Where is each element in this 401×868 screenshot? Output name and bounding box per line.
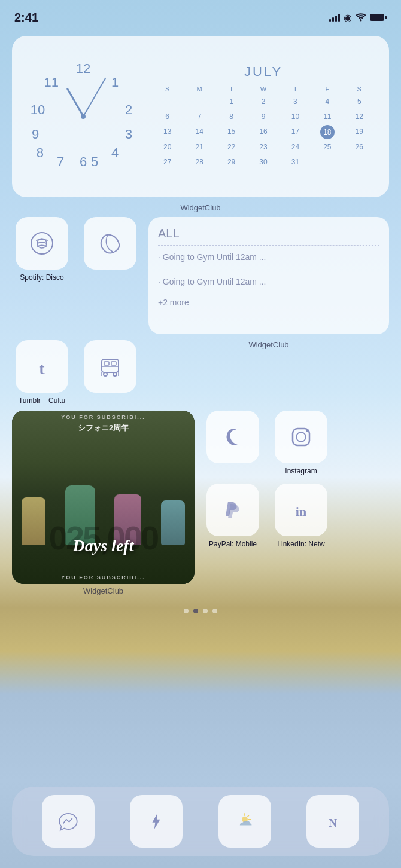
app-row-2: t Tumblr – Cultu WidgetClub — [0, 340, 401, 405]
paypal-app[interactable]: PayPal: Mobile — [203, 484, 263, 548]
cal-header-t1: T — [216, 84, 247, 94]
reminder-item-2: · Going to Gym Until 12am ... — [158, 274, 379, 291]
cal-day: 3 — [280, 95, 311, 109]
clock-num-3: 3 — [125, 127, 132, 142]
widgetclub-reminder-label: WidgetClub — [148, 340, 389, 349]
transit-icon — [97, 353, 123, 380]
wifi-icon: ◉ — [344, 12, 352, 23]
cal-day: 25 — [312, 140, 342, 154]
transit-icon-bg[interactable] — [84, 340, 136, 393]
reeder-dock-app[interactable] — [130, 795, 183, 848]
svg-point-0 — [360, 20, 362, 22]
spotify-icon — [29, 230, 55, 256]
svg-point-16 — [296, 432, 306, 442]
reminder-item-1: · Going to Gym Until 12am ... — [158, 249, 379, 266]
reminder-widget[interactable]: ALL · Going to Gym Until 12am ... · Goin… — [148, 217, 389, 334]
lemon-icon-bg[interactable] — [84, 217, 136, 270]
clock-calendar-widget: 11 12 1 2 3 4 5 6 7 8 9 10 JULY S M T W … — [12, 36, 389, 197]
clock-minute-hand — [83, 78, 106, 117]
linkedin-app[interactable]: in LinkedIn: Netw — [271, 484, 331, 548]
notion-dock-app[interactable]: N — [306, 795, 359, 848]
clock-num-1: 1 — [111, 75, 119, 90]
cal-day: 23 — [248, 140, 278, 154]
instagram-app[interactable]: Instagram — [271, 411, 331, 475]
lemon-icon — [97, 230, 123, 256]
transit-app[interactable] — [80, 340, 140, 396]
weather-dock-app[interactable] — [218, 795, 271, 848]
svg-point-11 — [104, 372, 107, 376]
clock-num-9: 9 — [32, 127, 39, 142]
linkedin-label: LinkedIn: Netw — [271, 540, 331, 548]
cal-day: 12 — [344, 110, 375, 124]
calendar-section: JULY S M T W T F S 1 2 3 4 5 6 7 8 9 10 … — [152, 64, 375, 169]
messenger-dock-app[interactable] — [42, 795, 95, 848]
linkedin-icon-bg[interactable]: in — [275, 484, 327, 536]
page-dot-2-active[interactable] — [193, 609, 198, 613]
countdown-widget[interactable]: YOU FOR SUBSCRIBI... シフォニ2周年 025,000 Day… — [12, 411, 195, 584]
weather-icon — [234, 811, 256, 832]
cal-day — [184, 95, 214, 109]
lightning-icon — [145, 811, 167, 832]
reminder-divider-1 — [158, 245, 379, 246]
cal-day: 30 — [248, 155, 278, 169]
instagram-icon — [288, 424, 314, 450]
page-dot-4[interactable] — [212, 609, 217, 613]
clock-face: 11 12 1 2 3 4 5 6 7 8 9 10 — [26, 60, 140, 173]
clock-center-dot — [81, 114, 86, 119]
svg-text:N: N — [329, 817, 337, 829]
cal-day: 19 — [344, 125, 375, 139]
paypal-icon — [220, 497, 246, 523]
battery-icon — [370, 13, 387, 22]
moon-icon-bg[interactable] — [206, 411, 259, 463]
cal-day: 17 — [280, 125, 311, 139]
page-dot-3[interactable] — [203, 609, 208, 613]
bottom-row: YOU FOR SUBSCRIBI... シフォニ2周年 025,000 Day… — [12, 411, 389, 600]
page-dot-1[interactable] — [184, 609, 189, 613]
svg-line-21 — [248, 815, 249, 817]
svg-rect-2 — [370, 14, 384, 20]
cal-day: 14 — [184, 125, 214, 139]
lemon-app[interactable] — [80, 217, 140, 273]
cal-day-today: 18 — [320, 125, 335, 139]
svg-point-17 — [306, 430, 308, 432]
spotify-icon-bg[interactable] — [16, 217, 68, 270]
cal-day: 5 — [344, 95, 375, 109]
reminder-more: +2 more — [158, 298, 379, 307]
right-apps-row-1: Instagram — [203, 411, 331, 475]
cal-day: 29 — [216, 155, 247, 169]
linkedin-icon: in — [288, 497, 314, 523]
analog-clock: 11 12 1 2 3 4 5 6 7 8 9 10 — [26, 60, 140, 173]
moon-app[interactable] — [203, 411, 263, 475]
cal-day: 24 — [280, 140, 311, 154]
cal-day: 11 — [312, 110, 342, 124]
svg-rect-9 — [104, 362, 109, 365]
moon-icon — [220, 424, 246, 450]
clock-num-2: 2 — [125, 102, 132, 118]
calendar-month: JULY — [152, 64, 375, 80]
page-dots — [0, 609, 401, 613]
instagram-icon-bg[interactable] — [275, 411, 327, 463]
cal-day: 9 — [248, 110, 278, 124]
cal-day: 10 — [280, 110, 311, 124]
svg-point-4 — [31, 233, 53, 254]
wifi-icon — [356, 13, 366, 22]
cal-day: 2 — [248, 95, 278, 109]
cal-header-s1: S — [152, 84, 183, 94]
spotify-label: Spotify: Disco — [12, 273, 72, 282]
cal-day: 8 — [216, 110, 247, 124]
cal-day — [152, 95, 183, 109]
tumblr-app[interactable]: t Tumblr – Cultu — [12, 340, 72, 405]
reminder-category: ALL — [158, 227, 379, 240]
widget-club-label-1: WidgetClub — [0, 203, 401, 212]
paypal-icon-bg[interactable] — [206, 484, 259, 536]
messenger-icon — [57, 811, 79, 832]
spotify-app[interactable]: Spotify: Disco — [12, 217, 72, 282]
clock-num-8: 8 — [37, 145, 44, 161]
cal-header-t2: T — [280, 84, 311, 94]
tumblr-icon-bg[interactable]: t — [16, 340, 68, 393]
svg-text:t: t — [39, 359, 45, 378]
clock-num-5: 5 — [91, 154, 98, 170]
cal-day: 27 — [152, 155, 183, 169]
clock-num-10: 10 — [31, 102, 45, 118]
status-bar: 2:41 ◉ — [0, 0, 401, 30]
